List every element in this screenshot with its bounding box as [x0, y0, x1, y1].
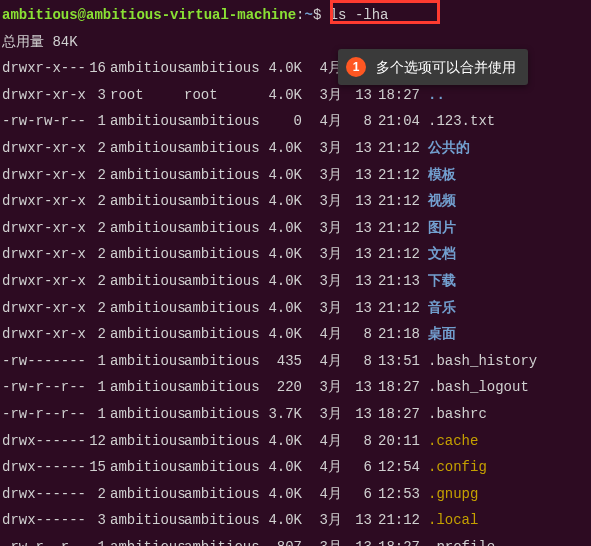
time: 21:18 — [372, 321, 420, 348]
owner: ambitious — [106, 108, 184, 135]
month: 3月 — [302, 268, 342, 295]
filename: .cache — [420, 433, 478, 449]
time: 21:12 — [372, 215, 420, 242]
time: 18:27 — [372, 374, 420, 401]
owner: ambitious — [106, 401, 184, 428]
links: 2 — [78, 295, 106, 322]
links: 2 — [78, 135, 106, 162]
owner: ambitious — [106, 374, 184, 401]
time: 13:51 — [372, 348, 420, 375]
perm: drwxr-x--- — [2, 55, 78, 82]
group: ambitious — [184, 534, 262, 546]
day: 13 — [342, 374, 372, 401]
list-item: drwxr-xr-x2ambitiousambitious4.0K3月1321:… — [2, 162, 589, 189]
file-listing: drwxr-x---16ambitiousambitious4.0K4月821:… — [2, 55, 589, 546]
time: 21:12 — [372, 295, 420, 322]
perm: drwxr-xr-x — [2, 295, 78, 322]
filename: 公共的 — [420, 140, 470, 156]
size: 4.0K — [262, 481, 302, 508]
size: 4.0K — [262, 507, 302, 534]
group: root — [184, 82, 262, 109]
day: 6 — [342, 454, 372, 481]
size: 3.7K — [262, 401, 302, 428]
group: ambitious — [184, 428, 262, 455]
list-item: -rw-------1ambitiousambitious4354月813:51… — [2, 348, 589, 375]
perm: drwx------ — [2, 481, 78, 508]
filename: .. — [420, 87, 445, 103]
day: 13 — [342, 215, 372, 242]
perm: -rw-rw-r-- — [2, 108, 78, 135]
perm: drwxr-xr-x — [2, 188, 78, 215]
day: 13 — [342, 162, 372, 189]
perm: drwxr-xr-x — [2, 162, 78, 189]
day: 13 — [342, 241, 372, 268]
month: 3月 — [302, 215, 342, 242]
month: 4月 — [302, 108, 342, 135]
links: 16 — [78, 55, 106, 82]
day: 13 — [342, 82, 372, 109]
size: 4.0K — [262, 162, 302, 189]
owner: ambitious — [106, 268, 184, 295]
size: 4.0K — [262, 428, 302, 455]
day: 13 — [342, 401, 372, 428]
list-item: drwx------3ambitiousambitious4.0K3月1321:… — [2, 507, 589, 534]
group: ambitious — [184, 454, 262, 481]
time: 20:11 — [372, 428, 420, 455]
owner: ambitious — [106, 241, 184, 268]
links: 2 — [78, 162, 106, 189]
links: 1 — [78, 108, 106, 135]
day: 8 — [342, 348, 372, 375]
day: 13 — [342, 268, 372, 295]
month: 3月 — [302, 82, 342, 109]
links: 2 — [78, 321, 106, 348]
filename: 下载 — [420, 273, 456, 289]
links: 1 — [78, 374, 106, 401]
list-item: drwxr-xr-x2ambitiousambitious4.0K3月1321:… — [2, 215, 589, 242]
tooltip-text: 多个选项可以合并使用 — [376, 59, 516, 76]
month: 3月 — [302, 135, 342, 162]
links: 3 — [78, 507, 106, 534]
owner: ambitious — [106, 162, 184, 189]
perm: -rw-r--r-- — [2, 401, 78, 428]
group: ambitious — [184, 507, 262, 534]
filename: .gnupg — [420, 486, 478, 502]
time: 21:12 — [372, 162, 420, 189]
month: 4月 — [302, 321, 342, 348]
tooltip-badge: 1 — [346, 57, 366, 77]
annotation-tooltip: 1 多个选项可以合并使用 — [338, 49, 528, 85]
time: 18:27 — [372, 401, 420, 428]
filename: 模板 — [420, 167, 456, 183]
links: 1 — [78, 401, 106, 428]
list-item: drwx------15ambitiousambitious4.0K4月612:… — [2, 454, 589, 481]
list-item: drwxr-xr-x2ambitiousambitious4.0K3月1321:… — [2, 295, 589, 322]
list-item: drwxr-xr-x2ambitiousambitious4.0K3月1321:… — [2, 241, 589, 268]
list-item: drwxr-xr-x2ambitiousambitious4.0K4月821:1… — [2, 321, 589, 348]
day: 8 — [342, 321, 372, 348]
owner: ambitious — [106, 454, 184, 481]
filename: 图片 — [420, 220, 456, 236]
day: 13 — [342, 295, 372, 322]
filename: .config — [420, 459, 487, 475]
size: 4.0K — [262, 215, 302, 242]
size: 4.0K — [262, 295, 302, 322]
size: 4.0K — [262, 321, 302, 348]
month: 3月 — [302, 401, 342, 428]
month: 3月 — [302, 162, 342, 189]
time: 21:12 — [372, 135, 420, 162]
owner: ambitious — [106, 321, 184, 348]
links: 2 — [78, 188, 106, 215]
day: 13 — [342, 135, 372, 162]
day: 8 — [342, 428, 372, 455]
time: 18:27 — [372, 534, 420, 546]
group: ambitious — [184, 321, 262, 348]
group: ambitious — [184, 55, 262, 82]
links: 2 — [78, 215, 106, 242]
month: 4月 — [302, 428, 342, 455]
links: 2 — [78, 481, 106, 508]
month: 3月 — [302, 241, 342, 268]
list-item: drwxr-xr-x3rootroot4.0K3月1318:27.. — [2, 82, 589, 109]
links: 15 — [78, 454, 106, 481]
time: 21:13 — [372, 268, 420, 295]
prompt-symbol: $ — [313, 7, 330, 23]
time: 21:12 — [372, 507, 420, 534]
